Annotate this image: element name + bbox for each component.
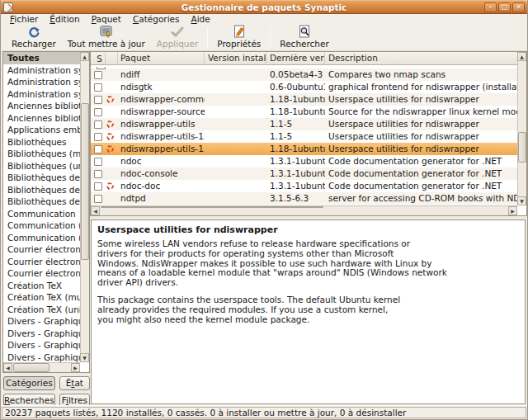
table-row[interactable]: ndiswrapper-utils1.1-5Userspace utilitie…	[91, 118, 526, 130]
category-item[interactable]: Bibliothèques (multivers	[3, 148, 80, 160]
minimize-icon[interactable]: –	[484, 2, 497, 12]
mark-all-upgrades-button[interactable]: Tout mettre à jour	[62, 25, 151, 50]
category-item[interactable]: Administration système	[3, 76, 80, 88]
category-item[interactable]: Bibliothèques (universe)	[3, 160, 80, 172]
package-checkbox[interactable]	[94, 133, 102, 141]
package-checkbox[interactable]	[94, 96, 102, 104]
scroll-up-icon[interactable]: ▲	[517, 52, 526, 61]
package-name: ndiswrapper-source	[118, 106, 205, 118]
latest-version: 1.18-1ubuntu2	[266, 106, 325, 118]
package-checkbox[interactable]	[94, 170, 102, 178]
search-button[interactable]: Rechercher	[274, 25, 334, 50]
category-item[interactable]: Divers - Graphique (univ	[3, 352, 80, 363]
synaptic-window: Gestionnaire de paquets Synaptic – ▢ ✕ F…	[0, 0, 528, 420]
scroll-left-icon[interactable]: ◀	[91, 206, 100, 215]
category-item[interactable]: Création TeX (universe)	[3, 304, 80, 316]
scrollbar-thumb[interactable]	[81, 103, 89, 260]
menu-paquet[interactable]: Paquet	[86, 14, 127, 25]
sidebar-vertical-scrollbar[interactable]: ▲ ▼	[80, 52, 89, 362]
category-item[interactable]: Toutes	[3, 52, 80, 64]
scroll-up-icon[interactable]: ▲	[80, 52, 89, 61]
table-row[interactable]: ndiswrapper-source1.18-1ubuntu2Source fo…	[91, 106, 526, 118]
view-button-état[interactable]: État	[59, 376, 90, 390]
category-item[interactable]: Bibliothèques	[3, 136, 80, 149]
properties-button[interactable]: Propriétés	[211, 25, 266, 50]
package-checkbox[interactable]	[94, 108, 102, 116]
category-item[interactable]: Courrier électronique	[3, 243, 80, 256]
close-icon[interactable]: ✕	[512, 2, 525, 12]
package-checkbox[interactable]	[94, 195, 102, 203]
scroll-right-icon[interactable]: ▶	[71, 363, 80, 372]
scroll-left-icon[interactable]: ◀	[3, 363, 12, 372]
mark-upgrades-icon	[99, 26, 114, 39]
scroll-down-icon[interactable]: ▼	[80, 353, 89, 362]
table-vertical-scrollbar[interactable]: ▲ ▼	[517, 52, 526, 205]
scrollbar-thumb[interactable]	[13, 363, 50, 372]
package-checkbox[interactable]	[94, 83, 102, 92]
scroll-right-icon[interactable]: ▶	[508, 206, 517, 215]
table-row[interactable]: ndoc-console1.3.1-1ubuntu2Code documenta…	[91, 168, 526, 180]
table-row[interactable]: ndoc-doc1.3.1-1ubuntu2Code documentation…	[91, 180, 526, 192]
menu-aide[interactable]: Aide	[186, 14, 216, 25]
category-item[interactable]: Création TeX (multiverse	[3, 291, 80, 304]
column-header-package[interactable]: Paquet	[118, 52, 205, 64]
titlebar[interactable]: Gestionnaire de paquets Synaptic – ▢ ✕	[1, 0, 527, 14]
ubuntu-supported-icon	[106, 182, 115, 191]
table-row[interactable]: ndoc1.3.1-1ubuntu2Code documentation gen…	[91, 155, 526, 168]
menu-fichier[interactable]: Fichier	[4, 14, 44, 25]
column-header-latest-version[interactable]: Dernière version	[266, 52, 325, 64]
scrollbar-thumb[interactable]	[101, 206, 323, 208]
latest-version: 1.3.1-1ubuntu2	[266, 180, 325, 192]
column-header-supported[interactable]	[106, 52, 118, 64]
package-checkbox[interactable]	[94, 71, 102, 79]
table-row[interactable]: ndtpd3.1.5-6.3server for accessing CD-RO…	[91, 192, 526, 205]
package-checkbox[interactable]	[94, 182, 102, 191]
table-row[interactable]: ndiswrapper-utils-1.81.18-1ubuntu2Usersp…	[91, 143, 526, 155]
toolbar: Recharger Tout mettre à jour Appliquer	[1, 25, 527, 51]
view-button-catégories[interactable]: Catégories	[3, 376, 55, 390]
column-header-description[interactable]: Description	[325, 52, 526, 64]
category-item[interactable]: Administration système	[3, 88, 80, 101]
scroll-down-icon[interactable]: ▼	[517, 196, 526, 205]
category-item[interactable]: Divers - Graphique (rest	[3, 339, 80, 352]
table-row[interactable]: ndiswrapper-common1.18-1ubuntu2Userspace…	[91, 93, 526, 106]
category-item[interactable]: Courrier électronique (m	[3, 256, 80, 268]
category-item[interactable]: Administration système	[3, 64, 80, 77]
column-header-installed-version[interactable]: Version installée	[205, 52, 266, 64]
description-line: This package contains the userspace tool…	[97, 295, 519, 305]
category-item[interactable]: Bibliothèques de dévelo	[3, 196, 80, 208]
category-item[interactable]: Création TeX	[3, 280, 80, 292]
package-checkbox[interactable]	[94, 120, 102, 129]
latest-version: 1.1-5	[266, 118, 325, 130]
table-row[interactable]: ndiswrapper-utils-1.11.1-5Userspace util…	[91, 130, 526, 143]
table-row[interactable]: ndiff0.05beta4-3Compares two nmap scans	[91, 68, 526, 81]
sidebar-horizontal-scrollbar[interactable]: ◀ ▶	[3, 362, 80, 372]
table-row[interactable]: ndisgtk0.6-0ubuntu1graphical frontend fo…	[91, 81, 526, 93]
toolbar-separator	[207, 27, 208, 48]
maximize-icon[interactable]: ▢	[498, 2, 511, 12]
category-item[interactable]: Anciennes bibliothèques	[3, 112, 80, 125]
category-item[interactable]: Bibliothèques de dévelo	[3, 184, 80, 196]
category-item[interactable]: Bibliothèques de dévelo	[3, 172, 80, 184]
installed-version	[205, 68, 266, 81]
menu-édition[interactable]: Édition	[44, 14, 85, 25]
table-horizontal-scrollbar[interactable]: ◀ ▶	[91, 205, 517, 215]
refresh-icon	[26, 26, 41, 39]
category-item[interactable]: Communication	[3, 208, 80, 220]
category-item[interactable]: Communication (multive	[3, 219, 80, 232]
category-item[interactable]: Divers - Graphique (mul	[3, 328, 80, 340]
column-header-status[interactable]: S	[91, 52, 106, 64]
package-checkbox[interactable]	[94, 145, 102, 153]
package-checkbox[interactable]	[94, 158, 102, 166]
package-short-description: Userspace utilities for ndiswrapper	[325, 118, 526, 130]
scrollbar-thumb[interactable]	[518, 132, 526, 163]
package-short-description: Userspace utilities for ndiswrapper	[325, 143, 526, 155]
category-item[interactable]: Divers - Graphique	[3, 315, 80, 328]
menu-catégories[interactable]: Catégories	[127, 14, 186, 25]
description-panel: Userspace utilities for ndiswrapper Some…	[91, 219, 526, 404]
category-item[interactable]: Applications embarquée	[3, 124, 80, 136]
category-item[interactable]: Anciennes bibliothèques	[3, 100, 80, 112]
category-item[interactable]: Courrier électronique (u	[3, 267, 80, 280]
reload-button[interactable]: Recharger	[6, 25, 62, 50]
category-item[interactable]: Communication (univers	[3, 232, 80, 244]
